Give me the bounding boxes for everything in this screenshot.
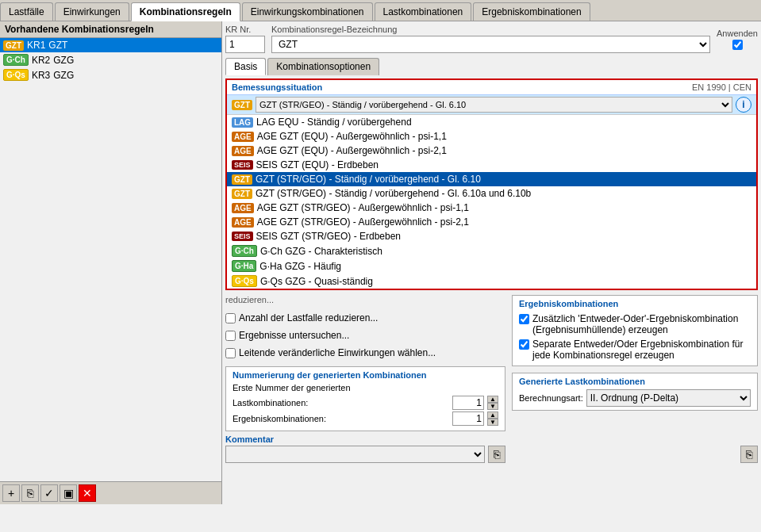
tab-basis[interactable]: Basis bbox=[225, 58, 266, 75]
dropdown-item-gzt-selected[interactable]: GZT GZT (STR/GEO) - Ständig / vorübergeh… bbox=[227, 172, 756, 186]
add-button[interactable]: + bbox=[2, 484, 20, 502]
ergebnis-checkbox-2[interactable] bbox=[519, 339, 529, 350]
tab-einwirkungen[interactable]: Einwirkungen bbox=[55, 2, 129, 21]
badge-gzt-kr1: GZT bbox=[3, 40, 24, 51]
spinner-last-up[interactable]: ▲ bbox=[487, 396, 498, 403]
checkbox-anzahl[interactable] bbox=[225, 313, 236, 323]
bem-title: Bemessungssituation bbox=[232, 82, 322, 92]
badge-gzt2: GZT bbox=[232, 189, 252, 199]
right-copy-btn[interactable]: ⎘ bbox=[740, 446, 758, 463]
tab-lastkombinationen[interactable]: Lastkombinationen bbox=[375, 2, 472, 21]
badge-gch-kr2: G·Ch bbox=[3, 54, 29, 66]
item-text-gos: G·Qs GZG - Quasi-ständig bbox=[260, 276, 373, 287]
dropdown-item-age2[interactable]: AGE AGE GZT (EQU) - Außergewöhnlich - ps… bbox=[227, 144, 756, 158]
dropdown-item-lag[interactable]: LAG LAG EQU - Ständig / vorübergehend bbox=[227, 115, 756, 129]
delete-button[interactable]: ✕ bbox=[79, 484, 96, 502]
ergebniskombinationen-input[interactable] bbox=[452, 411, 484, 426]
lastkombinationen-label: Lastkombinationen: bbox=[233, 398, 449, 408]
kommentar-box: Kommentar ⎘ bbox=[225, 434, 505, 463]
dropdown-item-age3[interactable]: AGE AGE GZT (STR/GEO) - Außergewöhnlich … bbox=[227, 201, 756, 215]
list-item-kr1[interactable]: GZT KR1 GZT bbox=[0, 38, 221, 52]
main-content: Vorhandene Kombinationsregeln GZT KR1 GZ… bbox=[0, 21, 761, 504]
kr-nr-group: KR Nr. bbox=[225, 25, 265, 53]
list-item-kr2[interactable]: G·Ch KR2 GZG bbox=[0, 52, 221, 67]
spinner-erg-down[interactable]: ▼ bbox=[487, 419, 498, 426]
checkbox-row-1: Anzahl der Lastfalle reduzieren... bbox=[225, 311, 505, 325]
item-text-lag: LAG EQU - Ständig / vorübergehend bbox=[256, 117, 411, 128]
item-text-gch: G·Ch GZG - Charakteristisch bbox=[260, 246, 382, 257]
num-row-last: Lastkombinationen: ▲ ▼ bbox=[233, 396, 498, 410]
kommentar-select[interactable] bbox=[225, 446, 485, 463]
badge-gha: G·Ha bbox=[232, 260, 256, 272]
right-spacer bbox=[512, 414, 758, 439]
dropdown-item-gos[interactable]: G·Qs G·Qs GZG - Quasi-ständig bbox=[227, 274, 756, 289]
berechnungsart-label: Berechnungsart: bbox=[519, 393, 583, 403]
checkbox-leitende[interactable] bbox=[225, 348, 236, 358]
erste-nummer-label: Erste Nummer der generierten bbox=[233, 383, 498, 392]
dropdown-item-age4[interactable]: AGE AGE GZT (STR/GEO) - Außergewöhnlich … bbox=[227, 215, 756, 229]
dropdown-item-seis2[interactable]: SEIS SEIS GZT (STR/GEO) - Erdbeben bbox=[227, 229, 756, 243]
ergebnis-box: Ergebniskombinationen Zusätzlich 'Entwed… bbox=[512, 295, 758, 366]
import-button[interactable]: ▣ bbox=[60, 484, 77, 502]
left-panel: Vorhandene Kombinationsregeln GZT KR1 GZ… bbox=[0, 21, 222, 504]
item-text-seis2: SEIS GZT (STR/GEO) - Erdbeben bbox=[256, 231, 402, 242]
nummerierung-title: Nummerierung der generierten Kombination… bbox=[233, 370, 498, 380]
list-item-kr3[interactable]: G·Qs KR3 GZG bbox=[0, 67, 221, 82]
kommentar-copy-btn[interactable]: ⎘ bbox=[488, 446, 505, 463]
item-text-gzt2: GZT (STR/GEO) - Ständig / vorübergehend … bbox=[256, 188, 531, 199]
badge-seis2: SEIS bbox=[232, 232, 253, 241]
checkbox-ergebnisse[interactable] bbox=[225, 331, 236, 341]
tab-kombinationsregeln[interactable]: Kombinationsregeln bbox=[131, 2, 240, 21]
ergebnis-checkbox-1-label: Zusätzlich 'Entweder-Oder'-Ergebniskombi… bbox=[532, 313, 751, 335]
ergebnis-checkbox-row-2: Separate Entweder/Oder Ergebniskombinati… bbox=[519, 337, 751, 362]
ergebnis-checkbox-row-1: Zusätzlich 'Entweder-Oder'-Ergebniskombi… bbox=[519, 312, 751, 337]
info-button[interactable]: i bbox=[736, 97, 751, 113]
tab-lastfaelle[interactable]: Lastfälle bbox=[0, 2, 53, 21]
kr-bezeichnung-group: Kombinationsregel-Bezeichnung GZT bbox=[271, 25, 710, 53]
bem-en: EN 1990 | CEN bbox=[692, 82, 751, 92]
anwenden-group: Anwenden bbox=[717, 29, 758, 50]
dropdown-item-age1[interactable]: AGE AGE GZT (EQU) - Außergewöhnlich - ps… bbox=[227, 129, 756, 144]
tab-ergebniskombinationen[interactable]: Ergebniskombinationen bbox=[473, 2, 590, 21]
berechnungsart-row: Berechnungsart: II. Ordnung (P-Delta) I.… bbox=[519, 389, 751, 407]
dropdown-item-gch[interactable]: G·Ch G·Ch GZG - Charakteristisch bbox=[227, 243, 756, 258]
tab-kombinationsoptionen[interactable]: Kombinationsoptionen bbox=[267, 58, 379, 75]
checkbox-row-3: Leitende veränderliche Einwirkungen wähl… bbox=[225, 346, 505, 360]
badge-gch: G·Ch bbox=[232, 245, 257, 257]
kommentar-label: Kommentar bbox=[225, 434, 505, 444]
lower-section: reduzieren... Anzahl der Lastfalle reduz… bbox=[225, 295, 758, 463]
badge-lag: LAG bbox=[232, 117, 253, 128]
badge-age4: AGE bbox=[232, 217, 254, 228]
item-id-kr1: KR1 bbox=[27, 40, 45, 51]
lastkombinationen-input[interactable] bbox=[452, 396, 484, 410]
right-panel-inner: KR Nr. Kombinationsregel-Bezeichnung GZT… bbox=[225, 25, 758, 501]
berechnungsart-select[interactable]: II. Ordnung (P-Delta) I. Ordnung Theorie… bbox=[586, 389, 751, 407]
checkbox-leitende-label: Leitende veränderliche Einwirkungen wähl… bbox=[239, 347, 436, 358]
inner-tabs: Basis Kombinationsoptionen bbox=[225, 58, 758, 75]
dropdown-item-gha[interactable]: G·Ha G·Ha GZG - Häufig bbox=[227, 258, 756, 274]
kr-bezeichnung-label: Kombinationsregel-Bezeichnung bbox=[271, 25, 710, 34]
spinner-erg: ▲ ▼ bbox=[487, 411, 498, 426]
top-row: KR Nr. Kombinationsregel-Bezeichnung GZT… bbox=[225, 25, 758, 53]
ergebnis-checkbox-2-label: Separate Entweder/Oder Ergebniskombinati… bbox=[532, 339, 751, 361]
checkbox-row-2: Ergebnisse untersuchen... bbox=[225, 328, 505, 343]
tab-einwirkungskombinationen[interactable]: Einwirkungskombinationen bbox=[242, 2, 373, 21]
spinner-erg-up[interactable]: ▲ bbox=[487, 411, 498, 419]
check-button[interactable]: ✓ bbox=[40, 484, 58, 502]
ergebnis-section-title: Ergebniskombinationen bbox=[519, 299, 751, 308]
bem-select[interactable]: GZT (STR/GEO) - Ständig / vorübergehend … bbox=[256, 97, 732, 113]
kr-bezeichnung-select[interactable]: GZT bbox=[271, 36, 710, 53]
badge-age2: AGE bbox=[232, 146, 254, 156]
spinner-last-down[interactable]: ▼ bbox=[487, 403, 498, 410]
kr-nr-input[interactable] bbox=[225, 36, 265, 53]
ergebnis-checkbox-1[interactable] bbox=[519, 314, 529, 324]
reduzieren-label: reduzieren... bbox=[225, 295, 505, 304]
dropdown-item-seis1[interactable]: SEIS SEIS GZT (EQU) - Erdbeben bbox=[227, 158, 756, 172]
anwenden-checkbox[interactable] bbox=[732, 40, 743, 50]
generierte-title: Generierte Lastkombinationen bbox=[519, 377, 751, 386]
item-label-kr1: GZT bbox=[48, 40, 67, 51]
dropdown-item-gzt2[interactable]: GZT GZT (STR/GEO) - Ständig / vorübergeh… bbox=[227, 186, 756, 201]
copy-button[interactable]: ⎘ bbox=[21, 484, 39, 502]
ergebniskombinationen-input-label: Ergebniskombinationen: bbox=[233, 414, 449, 423]
checkbox-anzahl-label: Anzahl der Lastfalle reduzieren... bbox=[239, 312, 378, 323]
